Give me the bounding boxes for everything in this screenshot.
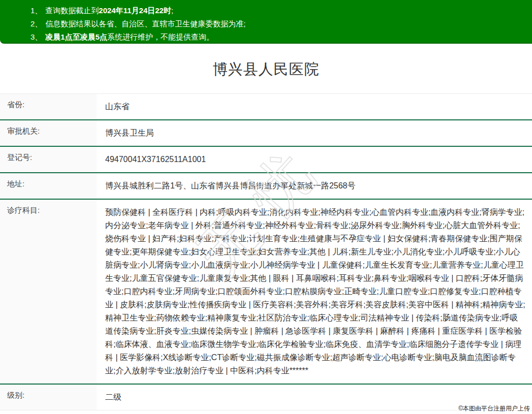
table-row-address: 地址: 博兴县城胜利二路1号、山东省博兴县博昌街道办事处新城一路2568号: [0, 173, 532, 200]
field-label: 地址:: [0, 173, 97, 199]
notice-number: 2、: [30, 19, 42, 28]
notice-text: 信息数据结果以各省、自治区、直辖市卫生健康委数据为准;: [45, 19, 245, 28]
field-label: 登记号:: [0, 147, 97, 172]
notice-number: 3、: [30, 33, 42, 41]
field-label: 审批机关:: [0, 120, 97, 146]
field-label: 省份:: [0, 94, 97, 119]
field-value: 博兴县卫生局: [97, 120, 532, 146]
field-value: 预防保健科 | 全科医疗科 | 内科;呼吸内科专业;消化内科专业;神经内科专业;…: [97, 200, 532, 384]
field-label: 诊疗科目:: [0, 200, 97, 384]
notice-line: 3、凌晨1点至凌晨5点系统进行维护，不能提供查询。: [0, 32, 532, 42]
notice-text: ;: [171, 6, 173, 15]
notice-line: 1、查询数据截止到2024年11月24日22时;: [0, 6, 532, 15]
table-row-level: 级别: 二级: [0, 385, 532, 410]
field-value: 博兴县城胜利二路1号、山东省博兴县博昌街道办事处新城一路2568号: [97, 173, 532, 199]
notice-banner: 1、查询数据截止到2024年11月24日22时; 2、信息数据结果以各省、自治区…: [0, 0, 532, 44]
table-row-registration-number: 登记号: 49470041X37162511A1001: [0, 147, 532, 173]
table-row-medical-subjects: 诊疗科目: 预防保健科 | 全科医疗科 | 内科;呼吸内科专业;消化内科专业;神…: [0, 200, 532, 385]
notice-text-bold: 2024年11月24日22时: [99, 6, 171, 15]
notice-line: 2、信息数据结果以各省、自治区、直辖市卫生健康委数据为准;: [0, 19, 532, 28]
field-label: 级别:: [0, 385, 97, 410]
notice-number: 1、: [30, 6, 42, 15]
field-value: 山东省: [97, 94, 532, 119]
footer-caption: ©本图由平台注册用户上传: [458, 404, 530, 413]
info-table: 省份: 山东省 审批机关: 博兴县卫生局 登记号: 49470041X37162…: [0, 93, 532, 410]
notice-text: 系统进行维护，不能提供查询。: [107, 33, 214, 41]
notice-text-bold: 凌晨1点至凌晨5点: [45, 33, 107, 41]
hospital-title: 博兴县人民医院: [0, 59, 532, 80]
field-value: 49470041X37162511A1001: [97, 147, 532, 172]
notice-text: 查询数据截止到: [45, 6, 99, 15]
table-row-province: 省份: 山东省: [0, 94, 532, 120]
table-row-approval-authority: 审批机关: 博兴县卫生局: [0, 120, 532, 147]
